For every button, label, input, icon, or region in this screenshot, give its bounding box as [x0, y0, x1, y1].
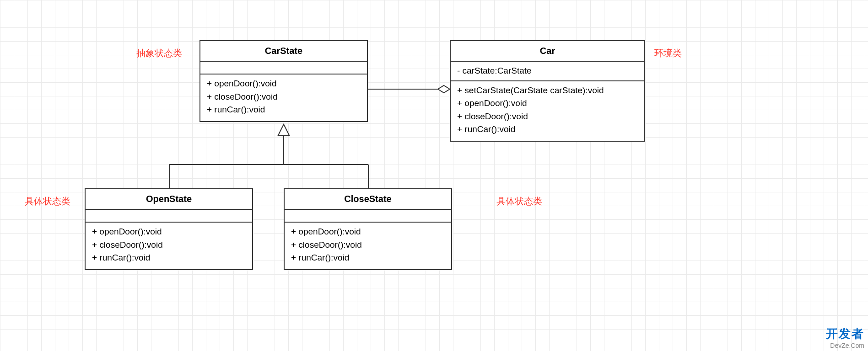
- op-item: + openDoor():void: [207, 77, 361, 90]
- brand-sub: DevZe.Com: [830, 342, 864, 349]
- op-item: + runCar():void: [291, 251, 445, 265]
- class-car-attrs: - carState:CarState: [451, 62, 644, 81]
- op-item: + closeDoor():void: [291, 239, 445, 252]
- brand-logo: 开发者: [826, 326, 864, 342]
- op-item: + closeDoor():void: [457, 110, 638, 123]
- class-car: Car - carState:CarState + setCarState(Ca…: [450, 40, 645, 142]
- op-item: + runCar():void: [457, 123, 638, 136]
- op-item: + runCar():void: [207, 103, 361, 117]
- op-item: + closeDoor():void: [207, 90, 361, 104]
- op-item: + setCarState(CarState carState):void: [457, 84, 638, 97]
- op-item: + runCar():void: [92, 251, 246, 265]
- op-item: + closeDoor():void: [92, 239, 246, 252]
- label-concrete-state-right: 具体状态类: [496, 195, 542, 207]
- connectors: [0, 0, 868, 351]
- class-carstate-name: CarState: [200, 41, 367, 62]
- label-context-class: 环境类: [654, 47, 682, 59]
- class-carstate-ops: + openDoor():void + closeDoor():void + r…: [200, 74, 367, 121]
- class-closestate-ops: + openDoor():void + closeDoor():void + r…: [285, 223, 451, 269]
- op-item: + openDoor():void: [291, 225, 445, 239]
- class-openstate-name: OpenState: [86, 189, 252, 210]
- class-closestate-attrs: [285, 210, 451, 223]
- class-openstate: OpenState + openDoor():void + closeDoor(…: [85, 188, 253, 270]
- label-concrete-state-left: 具体状态类: [25, 195, 70, 207]
- aggregation-diamond-icon: [438, 85, 450, 93]
- label-abstract-state: 抽象状态类: [136, 47, 182, 59]
- generalization-arrow-icon: [278, 124, 289, 135]
- class-carstate-attrs: [200, 62, 367, 74]
- class-carstate: CarState + openDoor():void + closeDoor()…: [199, 40, 368, 122]
- class-car-ops: + setCarState(CarState carState):void + …: [451, 81, 644, 141]
- class-openstate-attrs: [86, 210, 252, 223]
- op-item: + openDoor():void: [457, 97, 638, 110]
- class-car-name: Car: [451, 41, 644, 62]
- attr-item: - carState:CarState: [457, 64, 638, 78]
- op-item: + openDoor():void: [92, 225, 246, 239]
- class-openstate-ops: + openDoor():void + closeDoor():void + r…: [86, 223, 252, 269]
- class-closestate-name: CloseState: [285, 189, 451, 210]
- class-closestate: CloseState + openDoor():void + closeDoor…: [284, 188, 452, 270]
